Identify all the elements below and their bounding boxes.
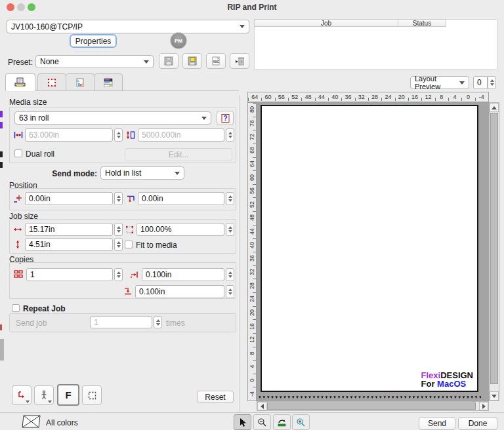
done-button[interactable]: Done	[458, 417, 497, 430]
test-fill-button[interactable]: F	[57, 384, 79, 406]
media-width-value: 63.000in	[29, 130, 59, 140]
rotate-job-button[interactable]	[12, 385, 32, 405]
dual-roll-checkbox[interactable]	[14, 149, 22, 157]
select-cursor-icon	[238, 418, 247, 427]
zoom-out-tool-button[interactable]	[253, 414, 271, 430]
save-preset-button[interactable]	[159, 53, 178, 69]
screen-edge-artifact	[0, 122, 3, 128]
copies-gap-x-stepper[interactable]	[226, 268, 234, 281]
reset-button[interactable]: Reset	[197, 391, 234, 403]
copies-gap-y-field[interactable]: 0.100in	[135, 285, 224, 298]
job-height-field[interactable]: 4.51in	[25, 238, 113, 251]
scroll-up-button[interactable]	[490, 103, 499, 112]
job-scale-stepper[interactable]	[226, 223, 234, 236]
times-label: times	[166, 319, 185, 328]
zoom-job-tool-button[interactable]	[292, 414, 310, 430]
send-button[interactable]: Send	[419, 417, 455, 430]
arrow-up-icon	[492, 106, 497, 109]
position-y-stepper[interactable]	[226, 192, 234, 205]
send-job-count-field[interactable]: 1	[90, 316, 152, 328]
media-height-icon	[126, 130, 135, 140]
preview-zoom-field[interactable]: 0	[473, 76, 488, 89]
properties-button[interactable]: Properties	[70, 34, 117, 48]
edit-button[interactable]: Edit...	[125, 148, 232, 161]
fit-media-tool-button[interactable]	[273, 414, 291, 430]
position-x-stepper[interactable]	[114, 192, 123, 205]
tab-color-adjust[interactable]	[66, 73, 94, 91]
preview-mode-select[interactable]: Layout Preview	[410, 76, 469, 89]
screen-edge-artifact	[0, 111, 3, 117]
copies-count-stepper[interactable]	[114, 268, 123, 281]
job-width-field[interactable]: 15.17in	[25, 223, 113, 236]
copies-count-field[interactable]: 1	[26, 268, 113, 281]
all-colors-swatch[interactable]	[22, 415, 41, 428]
selection-frame-button[interactable]	[82, 385, 102, 405]
arrow-down-icon	[492, 395, 497, 398]
window-title: RIP and Print	[0, 3, 504, 12]
scroll-down-button[interactable]	[490, 391, 499, 401]
save-preset-as-button[interactable]	[182, 53, 202, 69]
preset-label: Preset:	[8, 58, 33, 67]
printer-select[interactable]: JV100-160@TCP/IP	[7, 20, 249, 33]
vertical-scrollbar[interactable]	[489, 102, 499, 401]
horizontal-scroll-thumb[interactable]	[267, 402, 476, 410]
printer-select-value: JV100-160@TCP/IP	[11, 22, 83, 31]
media-height-stepper[interactable]	[226, 128, 234, 142]
separations-tab-icon	[102, 77, 114, 88]
media-manager-button[interactable]: ?	[217, 111, 234, 125]
job-scale-value: 100.00%	[140, 225, 171, 234]
job-scale-field[interactable]: 100.00%	[136, 223, 224, 236]
status-column-label: Status	[413, 20, 431, 27]
job-height-stepper[interactable]	[114, 238, 123, 251]
position-y-field[interactable]: 0.00in	[138, 192, 224, 205]
production-manager-icon[interactable]: PM	[171, 33, 186, 49]
status-column-header[interactable]: Status	[398, 19, 446, 27]
copies-gap-x-field[interactable]: 0.100in	[142, 268, 224, 281]
tab-layout[interactable]	[37, 73, 66, 91]
screen-edge-artifact	[0, 162, 3, 168]
fit-to-media-label: Fit to media	[136, 241, 177, 250]
job-column-header[interactable]: Job	[254, 19, 398, 27]
arrow-left-icon	[261, 404, 264, 409]
tab-printer-settings[interactable]	[5, 73, 35, 91]
rename-preset-button[interactable]: ABC	[206, 53, 226, 69]
screen-edge-artifact	[0, 151, 3, 157]
repeat-job-checkbox[interactable]	[12, 304, 20, 312]
copies-gap-y-stepper[interactable]	[226, 285, 234, 298]
repeat-job-label: Repeat Job	[23, 304, 66, 313]
scroll-left-button[interactable]	[257, 402, 266, 410]
copies-gap-y-value: 0.100in	[139, 287, 165, 296]
job-width-stepper[interactable]	[114, 223, 123, 236]
media-width-field[interactable]: 63.000in	[25, 128, 113, 142]
rename-abc-icon: ABC	[211, 56, 221, 66]
mirror-job-button[interactable]	[34, 385, 54, 405]
send-job-label: Send job	[16, 319, 47, 328]
job-width-icon	[13, 225, 22, 234]
send-mode-value: Hold in list	[105, 168, 141, 178]
select-tool-button[interactable]	[234, 414, 251, 430]
edit-button-label: Edit...	[169, 150, 189, 159]
media-size-label: Media size	[9, 98, 47, 107]
media-height-field[interactable]: 5000.000in	[138, 128, 224, 142]
preview-zoom-stepper[interactable]	[488, 76, 496, 89]
delete-preset-button[interactable]	[230, 53, 249, 69]
watermark-for: For	[421, 379, 438, 389]
preview-mode-value: Layout Preview	[415, 75, 459, 90]
watermark-macos: MacOS	[437, 379, 466, 389]
position-x-field[interactable]: 0.00in	[25, 192, 113, 205]
scroll-right-button[interactable]	[479, 402, 488, 410]
media-width-icon	[14, 130, 23, 140]
preview-canvas[interactable]: FlexiDESIGN For MacOS ▼▼▼▼▼▼▼▼▼▼▼▼▼▼▼▼▼▼…	[257, 102, 489, 401]
media-width-stepper[interactable]	[114, 128, 123, 142]
send-mode-select[interactable]: Hold in list	[100, 166, 184, 180]
fit-to-media-checkbox[interactable]	[125, 241, 133, 248]
vertical-scroll-thumb[interactable]	[490, 113, 498, 384]
preset-select-value: None	[40, 57, 59, 66]
fit-media-icon	[277, 418, 287, 427]
zoom-job-icon	[296, 418, 306, 427]
tab-separations[interactable]	[94, 73, 123, 91]
preset-select[interactable]: None	[35, 55, 154, 68]
send-job-count-stepper[interactable]	[154, 316, 162, 328]
horizontal-scrollbar[interactable]	[257, 401, 489, 411]
media-roll-select[interactable]: 63 in roll	[14, 111, 211, 125]
